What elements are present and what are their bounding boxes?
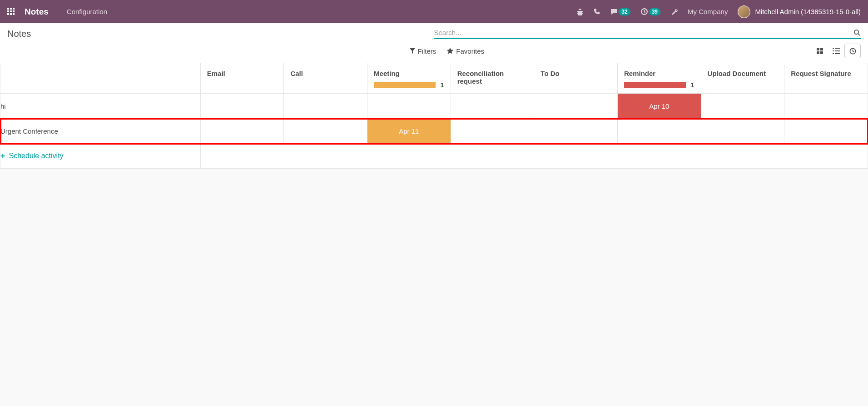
cell-email[interactable] bbox=[200, 94, 284, 119]
app-brand[interactable]: Notes bbox=[25, 7, 49, 17]
svg-point-1 bbox=[854, 30, 858, 34]
cell-todo[interactable] bbox=[534, 94, 618, 119]
column-header-meeting[interactable]: Meeting 1 bbox=[367, 63, 451, 94]
breadcrumb: Notes bbox=[7, 29, 434, 39]
svg-rect-2 bbox=[817, 48, 819, 50]
star-icon bbox=[447, 48, 453, 54]
column-header-todo[interactable]: To Do bbox=[534, 63, 618, 94]
svg-rect-5 bbox=[820, 51, 823, 54]
view-kanban-button[interactable] bbox=[812, 44, 828, 58]
cell-upload[interactable] bbox=[701, 94, 784, 119]
cell-todo[interactable] bbox=[534, 119, 618, 144]
messages-badge: 32 bbox=[619, 8, 630, 15]
view-list-button[interactable] bbox=[828, 44, 844, 58]
column-header-signature[interactable]: Request Signature bbox=[784, 63, 868, 94]
column-header-name bbox=[0, 63, 201, 94]
avatar bbox=[738, 5, 750, 18]
reminder-date-badge: Apr 10 bbox=[618, 94, 701, 118]
svg-rect-3 bbox=[820, 48, 823, 50]
view-activity-button[interactable] bbox=[844, 44, 861, 58]
cell-upload[interactable] bbox=[701, 119, 784, 144]
svg-rect-11 bbox=[835, 53, 840, 54]
messages-icon[interactable]: 32 bbox=[610, 8, 630, 15]
schedule-activity-label: Schedule activity bbox=[9, 152, 64, 160]
filters-button[interactable]: Filters bbox=[410, 47, 436, 55]
cell-reconciliation[interactable] bbox=[451, 119, 534, 144]
svg-rect-9 bbox=[835, 50, 840, 51]
svg-rect-7 bbox=[835, 48, 840, 49]
search-icon[interactable] bbox=[853, 29, 861, 36]
schedule-activity-row: + Schedule activity bbox=[0, 144, 868, 169]
cell-call[interactable] bbox=[284, 94, 367, 119]
activities-badge: 39 bbox=[649, 8, 660, 15]
cell-email[interactable] bbox=[200, 119, 284, 144]
kanban-icon bbox=[817, 48, 823, 54]
column-header-upload[interactable]: Upload Document bbox=[701, 63, 784, 94]
cell-reconciliation[interactable] bbox=[451, 94, 534, 119]
cell-meeting[interactable]: Apr 11 bbox=[367, 119, 451, 144]
meeting-count: 1 bbox=[440, 81, 444, 89]
cell-signature[interactable] bbox=[784, 119, 868, 144]
cell-meeting[interactable] bbox=[367, 94, 451, 119]
list-icon bbox=[833, 48, 840, 54]
cell-signature[interactable] bbox=[784, 94, 868, 119]
clock-icon bbox=[849, 48, 856, 55]
meeting-date-badge: Apr 11 bbox=[367, 119, 451, 143]
table-row[interactable]: hi Apr 10 bbox=[0, 94, 868, 119]
company-name[interactable]: My Company bbox=[688, 8, 728, 15]
plus-icon: + bbox=[0, 151, 5, 161]
schedule-activity-button[interactable]: + Schedule activity bbox=[0, 151, 200, 161]
column-header-call[interactable]: Call bbox=[284, 63, 367, 94]
nav-configuration[interactable]: Configuration bbox=[67, 8, 107, 15]
cell-call[interactable] bbox=[284, 119, 367, 144]
reminder-progress-bar bbox=[624, 82, 686, 88]
row-name-cell[interactable]: Urgent Conference bbox=[0, 119, 201, 144]
svg-rect-8 bbox=[833, 50, 834, 51]
control-panel: Notes Filters Favorites bbox=[0, 23, 868, 63]
top-navbar: Notes Configuration 32 39 My Company Mit… bbox=[0, 0, 868, 23]
activities-icon[interactable]: 39 bbox=[640, 8, 660, 15]
column-header-email[interactable]: Email bbox=[200, 63, 284, 94]
svg-rect-4 bbox=[817, 51, 819, 54]
meeting-progress-bar bbox=[374, 82, 436, 88]
search-input[interactable] bbox=[434, 29, 854, 36]
bug-icon[interactable] bbox=[576, 8, 584, 15]
column-header-reminder[interactable]: Reminder 1 bbox=[617, 63, 701, 94]
reminder-count: 1 bbox=[690, 81, 694, 89]
filters-label: Filters bbox=[418, 47, 436, 55]
search-bar[interactable] bbox=[434, 29, 861, 39]
filter-icon bbox=[410, 48, 415, 54]
phone-icon[interactable] bbox=[594, 8, 600, 15]
tools-icon[interactable] bbox=[670, 8, 678, 15]
username: Mitchell Admin (14385319-15-0-all) bbox=[755, 8, 861, 15]
row-name-cell[interactable]: hi bbox=[0, 94, 201, 119]
favorites-button[interactable]: Favorites bbox=[447, 47, 484, 55]
table-row[interactable]: Urgent Conference Apr 11 bbox=[0, 119, 868, 144]
user-menu[interactable]: Mitchell Admin (14385319-15-0-all) bbox=[738, 5, 861, 18]
cell-reminder[interactable] bbox=[617, 119, 701, 144]
svg-rect-10 bbox=[833, 53, 834, 54]
column-header-reconciliation[interactable]: Reconciliation request bbox=[451, 63, 534, 94]
svg-rect-6 bbox=[833, 48, 834, 49]
favorites-label: Favorites bbox=[456, 47, 484, 55]
activity-table: Email Call Meeting 1 Reconciliation requ… bbox=[0, 63, 868, 169]
apps-icon[interactable] bbox=[7, 8, 15, 16]
cell-reminder[interactable]: Apr 10 bbox=[617, 94, 701, 119]
